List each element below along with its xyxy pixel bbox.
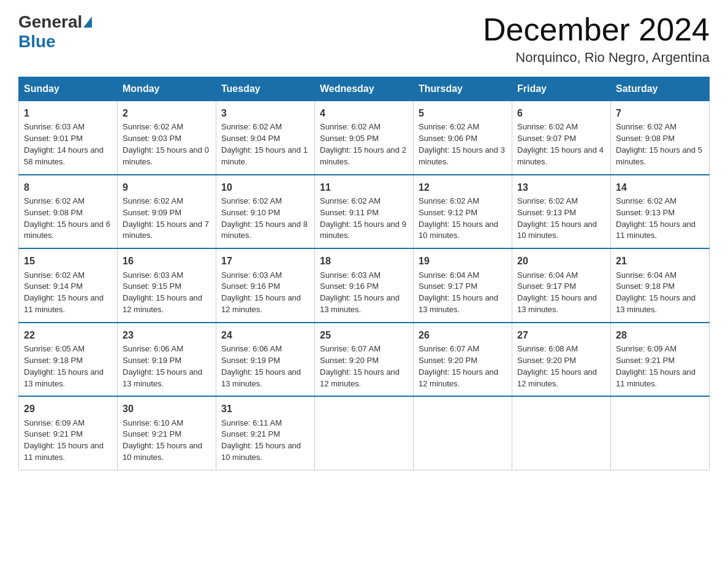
calendar-cell: [414, 396, 512, 470]
day-number: 16: [123, 254, 211, 268]
column-header-saturday: Saturday: [611, 77, 710, 101]
calendar-cell: 21Sunrise: 6:04 AMSunset: 9:18 PMDayligh…: [611, 248, 710, 323]
calendar-cell: 14Sunrise: 6:02 AMSunset: 9:13 PMDayligh…: [611, 175, 710, 249]
calendar-week-row: 22Sunrise: 6:05 AMSunset: 9:18 PMDayligh…: [19, 323, 710, 397]
calendar-cell: 8Sunrise: 6:02 AMSunset: 9:08 PMDaylight…: [19, 175, 118, 249]
calendar-week-row: 1Sunrise: 6:03 AMSunset: 9:01 PMDaylight…: [19, 101, 710, 175]
calendar-cell: 18Sunrise: 6:03 AMSunset: 9:16 PMDayligh…: [315, 248, 414, 323]
day-number: 31: [221, 402, 309, 416]
day-number: 19: [419, 254, 507, 268]
day-number: 2: [123, 106, 211, 120]
calendar-cell: 12Sunrise: 6:02 AMSunset: 9:12 PMDayligh…: [414, 175, 512, 249]
day-number: 7: [616, 106, 704, 120]
logo-blue-text: Blue: [18, 32, 56, 51]
column-header-thursday: Thursday: [414, 77, 512, 101]
calendar-cell: 17Sunrise: 6:03 AMSunset: 9:16 PMDayligh…: [216, 248, 315, 323]
column-header-wednesday: Wednesday: [315, 77, 414, 101]
day-number: 8: [24, 180, 112, 194]
day-number: 20: [517, 254, 605, 268]
calendar-cell: [611, 396, 710, 470]
calendar-cell: 24Sunrise: 6:06 AMSunset: 9:19 PMDayligh…: [216, 323, 315, 397]
calendar-cell: 19Sunrise: 6:04 AMSunset: 9:17 PMDayligh…: [414, 248, 512, 323]
day-number: 27: [517, 328, 605, 342]
day-number: 6: [517, 106, 605, 120]
calendar-cell: 9Sunrise: 6:02 AMSunset: 9:09 PMDaylight…: [118, 175, 216, 249]
column-header-friday: Friday: [512, 77, 611, 101]
calendar-header-row: SundayMondayTuesdayWednesdayThursdayFrid…: [19, 77, 710, 101]
day-number: 10: [221, 180, 309, 194]
column-header-sunday: Sunday: [19, 77, 118, 101]
day-number: 28: [616, 328, 704, 342]
day-number: 24: [221, 328, 309, 342]
calendar-cell: 31Sunrise: 6:11 AMSunset: 9:21 PMDayligh…: [216, 396, 315, 470]
day-number: 12: [419, 180, 507, 194]
day-number: 5: [419, 106, 507, 120]
calendar-cell: 26Sunrise: 6:07 AMSunset: 9:20 PMDayligh…: [414, 323, 512, 397]
day-number: 30: [123, 402, 211, 416]
calendar-cell: 22Sunrise: 6:05 AMSunset: 9:18 PMDayligh…: [19, 323, 118, 397]
calendar-cell: 23Sunrise: 6:06 AMSunset: 9:19 PMDayligh…: [118, 323, 216, 397]
day-number: 17: [221, 254, 309, 268]
day-number: 9: [123, 180, 211, 194]
day-number: 14: [616, 180, 704, 194]
day-number: 18: [320, 254, 408, 268]
day-number: 4: [320, 106, 408, 120]
day-number: 21: [616, 254, 704, 268]
calendar-cell: 6Sunrise: 6:02 AMSunset: 9:07 PMDaylight…: [512, 101, 611, 175]
calendar-cell: 7Sunrise: 6:02 AMSunset: 9:08 PMDaylight…: [611, 101, 710, 175]
day-number: 1: [24, 106, 112, 120]
calendar-week-row: 8Sunrise: 6:02 AMSunset: 9:08 PMDaylight…: [19, 175, 710, 249]
logo-triangle-icon: [83, 17, 92, 28]
day-number: 22: [24, 328, 112, 342]
logo: General Blue: [18, 12, 93, 52]
title-block: December 2024 Norquinco, Rio Negro, Arge…: [483, 12, 710, 66]
calendar-cell: 1Sunrise: 6:03 AMSunset: 9:01 PMDaylight…: [19, 101, 118, 175]
calendar-cell: 16Sunrise: 6:03 AMSunset: 9:15 PMDayligh…: [118, 248, 216, 323]
calendar-week-row: 29Sunrise: 6:09 AMSunset: 9:21 PMDayligh…: [19, 396, 710, 470]
day-number: 25: [320, 328, 408, 342]
page-header: General Blue December 2024 Norquinco, Ri…: [18, 12, 710, 66]
day-number: 15: [24, 254, 112, 268]
day-number: 26: [419, 328, 507, 342]
calendar-cell: 5Sunrise: 6:02 AMSunset: 9:06 PMDaylight…: [414, 101, 512, 175]
calendar-cell: 30Sunrise: 6:10 AMSunset: 9:21 PMDayligh…: [118, 396, 216, 470]
calendar-cell: 3Sunrise: 6:02 AMSunset: 9:04 PMDaylight…: [216, 101, 315, 175]
calendar-cell: 13Sunrise: 6:02 AMSunset: 9:13 PMDayligh…: [512, 175, 611, 249]
month-title: December 2024: [483, 12, 710, 47]
calendar-week-row: 15Sunrise: 6:02 AMSunset: 9:14 PMDayligh…: [19, 248, 710, 323]
day-number: 3: [221, 106, 309, 120]
logo-general-text: General: [18, 12, 82, 32]
column-header-tuesday: Tuesday: [216, 77, 315, 101]
calendar-cell: 2Sunrise: 6:02 AMSunset: 9:03 PMDaylight…: [118, 101, 216, 175]
day-number: 11: [320, 180, 408, 194]
column-header-monday: Monday: [118, 77, 216, 101]
calendar-table: SundayMondayTuesdayWednesdayThursdayFrid…: [18, 77, 710, 470]
calendar-cell: 20Sunrise: 6:04 AMSunset: 9:17 PMDayligh…: [512, 248, 611, 323]
day-number: 13: [517, 180, 605, 194]
calendar-cell: [512, 396, 611, 470]
location-subtitle: Norquinco, Rio Negro, Argentina: [483, 50, 710, 66]
calendar-cell: 27Sunrise: 6:08 AMSunset: 9:20 PMDayligh…: [512, 323, 611, 397]
calendar-cell: 10Sunrise: 6:02 AMSunset: 9:10 PMDayligh…: [216, 175, 315, 249]
calendar-cell: 29Sunrise: 6:09 AMSunset: 9:21 PMDayligh…: [19, 396, 118, 470]
calendar-cell: 15Sunrise: 6:02 AMSunset: 9:14 PMDayligh…: [19, 248, 118, 323]
day-number: 29: [24, 402, 112, 416]
calendar-cell: [315, 396, 414, 470]
calendar-cell: 28Sunrise: 6:09 AMSunset: 9:21 PMDayligh…: [611, 323, 710, 397]
day-number: 23: [123, 328, 211, 342]
calendar-cell: 11Sunrise: 6:02 AMSunset: 9:11 PMDayligh…: [315, 175, 414, 249]
calendar-cell: 25Sunrise: 6:07 AMSunset: 9:20 PMDayligh…: [315, 323, 414, 397]
calendar-cell: 4Sunrise: 6:02 AMSunset: 9:05 PMDaylight…: [315, 101, 414, 175]
